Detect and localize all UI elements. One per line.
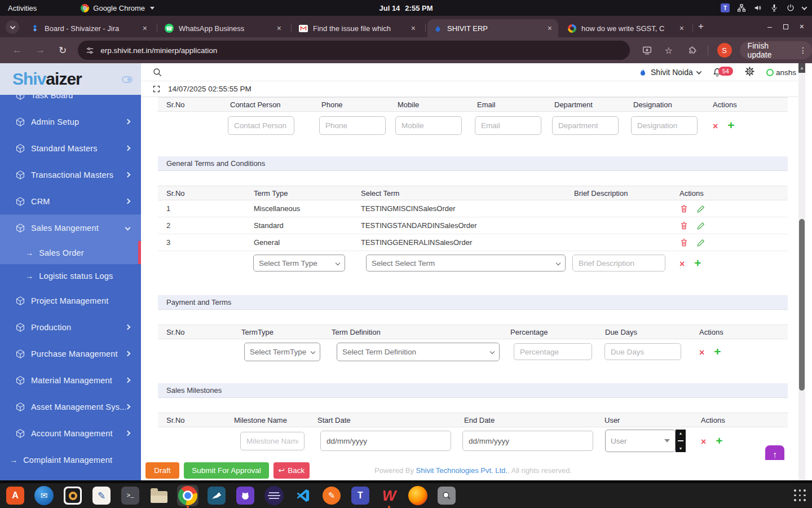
dock-files-icon[interactable]	[148, 485, 170, 506]
term-type-select[interactable]: Select Term Type	[253, 255, 345, 271]
notifications-button[interactable]: 54	[712, 67, 733, 78]
sidebar-item-admin-setup[interactable]: Admin Setup	[0, 108, 141, 135]
new-tab-button[interactable]: +	[698, 21, 704, 32]
dock-github-desktop-icon[interactable]	[235, 485, 256, 506]
sidebar-item-material-management[interactable]: Material Management	[0, 367, 141, 393]
minimize-button[interactable]: –	[767, 22, 772, 31]
department-input[interactable]	[552, 116, 619, 135]
microphone-icon[interactable]	[770, 3, 779, 12]
dock-teams-icon[interactable]: T	[350, 485, 371, 506]
remove-row-icon[interactable]: ×	[699, 348, 704, 357]
sidebar-item-asset-management[interactable]: Asset Management Sys...	[0, 393, 141, 420]
tab-gmail[interactable]: Find the issue file which ×	[293, 19, 422, 37]
window-close-button[interactable]: ×	[800, 22, 804, 31]
close-icon[interactable]: ×	[678, 24, 686, 33]
sidebar-item-project-management[interactable]: Project Management	[0, 287, 141, 314]
chevron-down-icon[interactable]	[802, 5, 807, 10]
app-menu[interactable]: Google Chrome	[81, 4, 155, 12]
back-button[interactable]: ↩Back	[273, 462, 310, 479]
sidebar-item-account-management[interactable]: Account Management	[0, 420, 141, 446]
finish-update-button[interactable]: Finish update ⋮	[740, 41, 812, 59]
back-button[interactable]: ←	[12, 45, 22, 56]
teams-icon[interactable]: T	[721, 3, 730, 12]
sidebar-item-transactional-masters[interactable]: Transactional Masters	[0, 161, 141, 188]
draft-button[interactable]: Draft	[145, 462, 179, 479]
add-row-icon[interactable]: +	[694, 256, 701, 269]
add-row-icon[interactable]: +	[714, 345, 721, 358]
close-icon[interactable]: ×	[141, 24, 149, 33]
sidebar-item-production[interactable]: Production	[0, 314, 141, 340]
dock-terminal-icon[interactable]: >_	[120, 485, 141, 506]
add-row-icon[interactable]: +	[727, 119, 734, 132]
milestone-name-input[interactable]	[240, 432, 304, 450]
dock-chrome-icon[interactable]	[177, 485, 198, 506]
install-app-icon[interactable]	[642, 46, 652, 55]
sidebar-item-sales-order[interactable]: → Sales Order	[0, 241, 141, 264]
maximize-button[interactable]	[783, 24, 788, 29]
tab-search-button[interactable]	[6, 20, 19, 34]
email-input[interactable]	[475, 116, 541, 135]
remove-row-icon[interactable]: ×	[713, 121, 718, 131]
designation-input[interactable]	[631, 116, 698, 135]
dock-mysql-workbench-icon[interactable]	[206, 485, 227, 506]
settings-button[interactable]	[744, 66, 755, 79]
more-menu-icon[interactable]: ⋮	[799, 46, 807, 55]
close-icon[interactable]: ×	[546, 24, 554, 33]
branch-selector[interactable]: Shivit Noida	[639, 68, 701, 77]
dock-ubuntu-software-icon[interactable]: A	[5, 485, 26, 506]
remove-row-icon[interactable]: ×	[679, 259, 685, 269]
sidebar-item-complaint-management[interactable]: → Complaint Management	[0, 446, 141, 473]
sidebar-toggle-icon[interactable]	[122, 76, 133, 83]
profile-avatar[interactable]: S	[717, 43, 732, 58]
dock-firefox-icon[interactable]	[407, 485, 429, 506]
dock-eclipse-icon[interactable]	[263, 485, 285, 506]
contact-person-input[interactable]	[228, 116, 294, 135]
user-select[interactable]: User	[605, 430, 676, 452]
edit-icon[interactable]	[696, 238, 705, 247]
phone-input[interactable]	[319, 116, 386, 135]
sidebar-item-purchase-management[interactable]: Purchase Management	[0, 340, 141, 367]
search-icon[interactable]	[152, 67, 162, 80]
remove-row-icon[interactable]: ×	[701, 437, 706, 446]
close-icon[interactable]: ×	[275, 24, 283, 33]
term-definition-select[interactable]: Select Term Definition	[337, 343, 500, 361]
tab-jira[interactable]: Board - Shivaizer - Jira ×	[25, 19, 153, 37]
address-bar[interactable]: erp.shivit.net.in/minierp/application	[78, 41, 630, 60]
company-link[interactable]: Shivit Technologies Pvt. Ltd.	[416, 466, 508, 475]
sidebar-item-sales-management[interactable]: Sales Mangement	[0, 214, 141, 241]
extensions-icon[interactable]	[689, 46, 698, 55]
power-icon[interactable]	[786, 3, 795, 12]
tab-whatsapp[interactable]: ☎ WhatsApp Business ×	[159, 19, 288, 37]
volume-icon[interactable]	[753, 3, 762, 12]
percentage-input[interactable]	[514, 343, 592, 360]
scroll-up-arrow[interactable]: ▲	[798, 63, 805, 73]
fullscreen-icon[interactable]	[152, 85, 161, 93]
mobile-input[interactable]	[395, 116, 462, 135]
tab-shivit-erp[interactable]: SHIVIT ERP ×	[427, 19, 558, 37]
close-icon[interactable]: ×	[409, 24, 417, 33]
reload-button[interactable]: ↻	[59, 45, 67, 56]
forward-button[interactable]: →	[36, 45, 45, 56]
sidebar-item-logistic-status-logs[interactable]: → Logistic status Logs	[0, 264, 141, 287]
delete-icon[interactable]	[679, 221, 689, 230]
network-icon[interactable]	[737, 3, 746, 12]
termtype-select[interactable]: Select TermType	[244, 343, 320, 361]
edit-icon[interactable]	[696, 221, 705, 230]
scrollbar-thumb[interactable]	[799, 219, 805, 391]
dock-thunderbird-icon[interactable]: ✉	[33, 485, 55, 506]
delete-icon[interactable]	[679, 204, 689, 213]
tab-google-search[interactable]: how do we write SGST, C ×	[562, 19, 690, 37]
dock-text-editor-icon[interactable]: ✎	[91, 485, 112, 506]
site-settings-icon[interactable]	[86, 46, 94, 55]
edit-icon[interactable]	[696, 204, 705, 213]
clock[interactable]: Jul 14 2:55 PM	[379, 4, 433, 12]
sidebar-item-crm[interactable]: CRM	[0, 188, 141, 214]
end-date-input[interactable]	[462, 431, 593, 451]
dock-draw-tool-icon[interactable]: ✎	[321, 485, 342, 506]
select-term-select[interactable]: Select Select Term	[366, 255, 566, 271]
add-row-icon[interactable]: +	[716, 434, 722, 447]
user-menu[interactable]: anshs	[766, 68, 796, 77]
delete-icon[interactable]	[679, 238, 689, 247]
submit-for-approval-button[interactable]: Submit For Approval	[184, 462, 269, 479]
dock-wps-office-icon[interactable]: W	[378, 485, 400, 506]
